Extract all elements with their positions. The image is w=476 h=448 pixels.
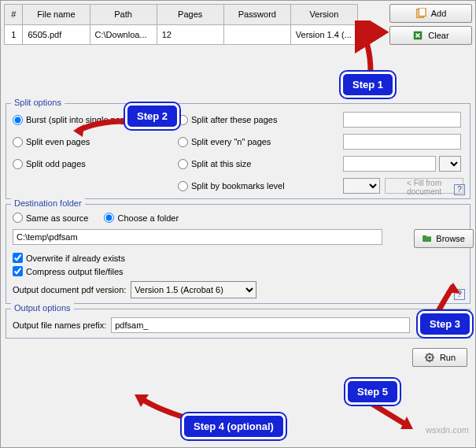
run-button[interactable]: Run [412, 348, 467, 367]
bookmark-level-select[interactable] [343, 178, 380, 194]
prefix-label: Output file names prefix: [13, 320, 106, 330]
size-input[interactable] [343, 156, 436, 172]
radio-odd[interactable]: Split odd pages [13, 159, 170, 169]
clear-label: Clear [428, 31, 448, 40]
compress-checkbox[interactable]: Compress output file/files [13, 266, 463, 276]
help-icon[interactable]: ? [454, 184, 465, 195]
radio-choose-folder[interactable]: Choose a folder [104, 213, 179, 223]
every-n-input[interactable] [343, 134, 461, 150]
table-row[interactable]: 1 6505.pdf C:\Downloa... 12 Version 1.4 … [5, 24, 358, 45]
cell-path: C:\Downloa... [90, 24, 157, 45]
size-unit-select[interactable] [439, 156, 461, 172]
radio-every[interactable]: Split every "n" pages [178, 137, 335, 147]
col-filename[interactable]: File name [23, 5, 90, 25]
cell-password [223, 24, 290, 45]
svg-rect-1 [419, 8, 426, 17]
radio-after[interactable]: Split after these pages [178, 115, 335, 125]
cell-pages: 12 [157, 24, 223, 45]
radio-bookmarks[interactable]: Split by bookmarks level [178, 181, 335, 191]
col-password[interactable]: Password [223, 5, 290, 25]
file-table-area: # File name Path Pages Password Version … [1, 1, 475, 48]
cell-filename: 6505.pdf [23, 24, 90, 45]
destination-fieldset: Destination folder Same as source Choose… [6, 204, 470, 304]
radio-size[interactable]: Split at this size [178, 159, 335, 169]
callout-step1: Step 1 [341, 72, 395, 98]
fill-from-document-button: < Fill from document [385, 178, 463, 194]
output-legend: Output options [11, 303, 74, 313]
output-fieldset: Output options Output file names prefix:… [6, 309, 470, 339]
callout-step3: Step 3 [418, 311, 472, 337]
arrow-step3 [426, 283, 465, 314]
add-label: Add [431, 9, 447, 18]
col-path[interactable]: Path [90, 5, 157, 25]
dest-legend: Destination folder [11, 198, 85, 208]
gear-icon [424, 352, 435, 363]
arrow-step1 [355, 20, 394, 76]
overwrite-checkbox[interactable]: Overwrite if already exists [13, 253, 463, 263]
watermark: wsxdn.com [426, 425, 469, 435]
cell-version: Version 1.4 (... [290, 24, 357, 45]
callout-step2: Step 2 [125, 103, 179, 129]
col-pages[interactable]: Pages [157, 5, 223, 25]
arrow-step2 [73, 115, 128, 139]
radio-same-source[interactable]: Same as source [13, 213, 88, 223]
add-icon [415, 8, 426, 19]
prefix-input[interactable] [111, 317, 410, 333]
col-version[interactable]: Version [290, 5, 357, 25]
browse-button[interactable]: Browse [414, 229, 474, 248]
version-label: Output document pdf version: [13, 285, 126, 294]
file-table: # File name Path Pages Password Version … [4, 4, 358, 45]
arrow-step4 [133, 393, 188, 420]
pdf-version-select[interactable]: Version 1.5 (Acrobat 6) [131, 281, 256, 298]
clear-icon [412, 30, 423, 41]
dest-path-input[interactable] [13, 229, 382, 245]
callout-step4: Step 4 (optional) [182, 413, 286, 439]
clear-button[interactable]: Clear [389, 26, 472, 45]
folder-icon [422, 233, 431, 244]
after-pages-input[interactable] [343, 112, 461, 128]
split-legend: Split options [11, 98, 65, 107]
callout-step5: Step 5 [345, 379, 400, 405]
arrow-step5 [369, 401, 416, 432]
col-num[interactable]: # [5, 5, 23, 25]
add-button[interactable]: Add [389, 4, 472, 23]
cell-num: 1 [5, 24, 23, 45]
svg-point-4 [428, 356, 431, 359]
